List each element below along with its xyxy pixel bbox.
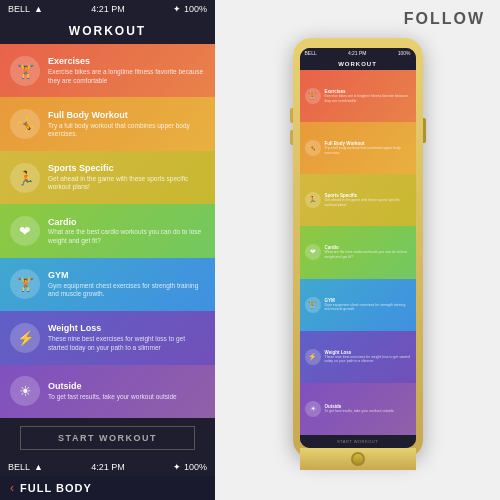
phone-carrier: BELL (305, 50, 317, 56)
phone-sports-text: Sports Specific Get ahead in the game wi… (325, 193, 411, 207)
phone-gym-text: GYM Gym equipment chest exercises for st… (325, 298, 411, 312)
phone-item-fullbody: 🤸 Full Body Workout Try a full body work… (300, 122, 416, 174)
phone-outside-text: Outside To get fast results, take your w… (325, 404, 411, 414)
fullbody-icon: 🤸 (10, 109, 40, 139)
start-btn-container: START WORKOUT (0, 418, 215, 458)
phone-exercises-icon: 🏋 (305, 88, 321, 104)
cardio-desc: What are the best cardio workouts you ca… (48, 228, 205, 245)
phone-home-area (300, 448, 416, 470)
sports-desc: Get ahead in the game with these sports … (48, 175, 205, 192)
phone-start-button: START WORKOUT (300, 435, 416, 448)
phone-time: 4:21 PM (348, 50, 367, 56)
phone-cardio-icon: ❤ (305, 244, 321, 260)
phone-gym-desc: Gym equipment chest exercises for streng… (325, 303, 411, 312)
bottom-screen-title: FULL BODY (20, 482, 92, 494)
outside-title: Outside (48, 381, 205, 392)
phone-weightloss-text: Weight Loss These nine best exercises fo… (325, 350, 411, 364)
back-chevron-icon[interactable]: ‹ (10, 481, 14, 495)
phone-outside-desc: To get fast results, take your workout o… (325, 409, 411, 414)
phone-sports-desc: Get ahead in the game with these sports … (325, 198, 411, 207)
gym-desc: Gym equipment chest exercises for streng… (48, 282, 205, 299)
phone-item-gym: 🏋 GYM Gym equipment chest exercises for … (300, 279, 416, 331)
phone-cardio-text: Cardio What are the best cardio workouts… (325, 245, 411, 259)
sports-icon: 🏃 (10, 163, 40, 193)
gym-icon: 🏋 (10, 269, 40, 299)
cardio-text: Cardio What are the best cardio workouts… (48, 217, 205, 246)
exercises-desc: Exercise bikes are a longtime fitness fa… (48, 68, 205, 85)
list-item-cardio[interactable]: ❤ Cardio What are the best cardio workou… (0, 204, 215, 257)
list-item-weightloss[interactable]: ⚡ Weight Loss These nine best exercises … (0, 311, 215, 364)
gym-title: GYM (48, 270, 205, 281)
bottom-status-right: ✦ 100% (173, 462, 207, 472)
phone-item-exercises: 🏋 Exercises Exercise bikes are a longtim… (300, 70, 416, 122)
follow-label: FOLLOW (404, 10, 485, 28)
outside-text: Outside To get fast results, take your w… (48, 381, 205, 401)
start-workout-button[interactable]: START WORKOUT (20, 426, 195, 450)
status-bar: BELL ▲ 4:21 PM ✦ 100% (0, 0, 215, 18)
phone-volume-up-button (290, 108, 293, 123)
phone-volume-down-button (290, 130, 293, 145)
app-title: WORKOUT (69, 24, 146, 38)
bottom-bluetooth-icon: ✦ (173, 462, 181, 472)
phone-fullbody-text: Full Body Workout Try a full body workou… (325, 141, 411, 155)
phone-battery: 100% (398, 50, 411, 56)
phone-cardio-desc: What are the best cardio workouts you ca… (325, 250, 411, 259)
bottom-carrier: BELL (8, 462, 30, 472)
exercises-icon: 🏋 (10, 56, 40, 86)
battery-label: 100% (184, 4, 207, 14)
left-panel: BELL ▲ 4:21 PM ✦ 100% WORKOUT 🏋 Exercise… (0, 0, 215, 500)
list-item-outside[interactable]: ☀ Outside To get fast results, take your… (0, 365, 215, 418)
weightloss-icon: ⚡ (10, 323, 40, 353)
exercises-title: Exercises (48, 56, 205, 67)
carrier-label: BELL (8, 4, 30, 14)
phone-fullbody-icon: 🤸 (305, 140, 321, 156)
phone-screen: BELL 4:21 PM 100% WORKOUT 🏋 Exercises Ex… (300, 48, 416, 448)
status-left: BELL ▲ (8, 4, 43, 14)
bottom-status-bar: BELL ▲ 4:21 PM ✦ 100% (0, 458, 215, 476)
list-item-exercises[interactable]: 🏋 Exercises Exercise bikes are a longtim… (0, 44, 215, 97)
weightloss-desc: These nine best exercises for weight los… (48, 335, 205, 352)
wifi-icon: ▲ (34, 4, 43, 14)
bluetooth-icon: ✦ (173, 4, 181, 14)
outside-icon: ☀ (10, 376, 40, 406)
phone-home-button[interactable] (351, 452, 365, 466)
phone-status-bar: BELL 4:21 PM 100% (300, 48, 416, 58)
fullbody-title: Full Body Workout (48, 110, 205, 121)
phone-mockup: BELL 4:21 PM 100% WORKOUT 🏋 Exercises Ex… (293, 38, 423, 458)
phone-list: 🏋 Exercises Exercise bikes are a longtim… (300, 70, 416, 435)
list-item-fullbody[interactable]: 🤸 Full Body Workout Try a full body work… (0, 97, 215, 150)
outside-desc: To get fast results, take your workout o… (48, 393, 205, 401)
phone-item-outside: ☀ Outside To get fast results, take your… (300, 383, 416, 435)
phone-fullbody-desc: Try a full body workout that combines up… (325, 146, 411, 155)
phone-power-button (423, 118, 426, 143)
fullbody-desc: Try a full body workout that combines up… (48, 122, 205, 139)
phone-sports-icon: 🏃 (305, 192, 321, 208)
bottom-nav: ‹ FULL BODY (0, 476, 215, 500)
weightloss-text: Weight Loss These nine best exercises fo… (48, 323, 205, 352)
bottom-wifi-icon: ▲ (34, 462, 43, 472)
bottom-battery: 100% (184, 462, 207, 472)
list-item-sports[interactable]: 🏃 Sports Specific Get ahead in the game … (0, 151, 215, 204)
phone-weightloss-icon: ⚡ (305, 349, 321, 365)
weightloss-title: Weight Loss (48, 323, 205, 334)
phone-outside-icon: ☀ (305, 401, 321, 417)
right-panel: FOLLOW BELL 4:21 PM 100% WORKOUT 🏋 Exerc… (215, 0, 500, 500)
gym-text: GYM Gym equipment chest exercises for st… (48, 270, 205, 299)
app-header: WORKOUT (0, 18, 215, 44)
phone-exercises-text: Exercises Exercise bikes are a longtime … (325, 89, 411, 103)
exercises-text: Exercises Exercise bikes are a longtime … (48, 56, 205, 85)
fullbody-text: Full Body Workout Try a full body workou… (48, 110, 205, 139)
sports-title: Sports Specific (48, 163, 205, 174)
phone-item-cardio: ❤ Cardio What are the best cardio workou… (300, 226, 416, 278)
status-right: ✦ 100% (173, 4, 207, 14)
phone-weightloss-desc: These nine best exercises for weight los… (325, 355, 411, 364)
phone-header: WORKOUT (300, 58, 416, 70)
list-item-gym[interactable]: 🏋 GYM Gym equipment chest exercises for … (0, 258, 215, 311)
sports-text: Sports Specific Get ahead in the game wi… (48, 163, 205, 192)
phone-item-sports: 🏃 Sports Specific Get ahead in the game … (300, 174, 416, 226)
phone-item-weightloss: ⚡ Weight Loss These nine best exercises … (300, 331, 416, 383)
phone-gym-icon: 🏋 (305, 297, 321, 313)
bottom-time: 4:21 PM (91, 462, 125, 472)
bottom-status-left: BELL ▲ (8, 462, 43, 472)
time-label: 4:21 PM (91, 4, 125, 14)
